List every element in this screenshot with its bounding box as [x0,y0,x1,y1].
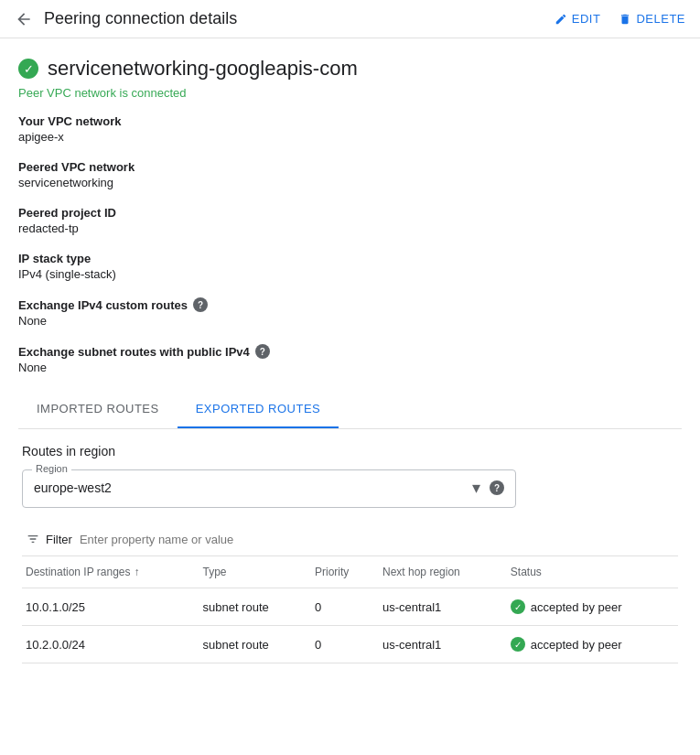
exchange-ipv4-label-row: Exchange IPv4 custom routes ? [18,297,682,312]
page-title: Peering connection details [44,9,544,28]
cell-priority: 0 [307,626,375,663]
region-value: europe-west2 [34,480,112,495]
exchange-ipv4-help-icon[interactable]: ? [193,297,208,312]
service-title-row: ✓ servicenetworking-googleapis-com [18,57,682,81]
col-destination[interactable]: Destination IP ranges ↑ [22,556,195,588]
tabs-container: IMPORTED ROUTES EXPORTED ROUTES [18,391,682,429]
exchange-subnet-label: Exchange subnet routes with public IPv4 [18,345,250,359]
exchange-subnet-section: Exchange subnet routes with public IPv4 … [18,344,682,374]
exchange-subnet-help-icon[interactable]: ? [255,344,270,359]
table-body: 10.0.1.0/25subnet route0us-central1✓acce… [22,588,678,663]
your-vpc-label: Your VPC network [18,114,682,128]
col-priority: Priority [307,556,375,588]
cell-next-hop: us-central1 [375,588,503,626]
exchange-ipv4-section: Exchange IPv4 custom routes ? None [18,297,682,328]
table-header-row: Destination IP ranges ↑ Type Priority Ne… [22,556,678,588]
col-type: Type [195,556,307,588]
region-selector-inner: europe-west2 ▾ ? [34,478,504,498]
region-selector[interactable]: Region europe-west2 ▾ ? [22,469,516,508]
page-header: Peering connection details EDIT DELETE [0,0,700,38]
your-vpc-section: Your VPC network apigee-x [18,114,682,144]
back-button[interactable] [15,10,33,28]
filter-icon-label: Filter [26,532,72,546]
peered-project-label: Peered project ID [18,206,682,220]
peered-project-value: redacted-tp [18,221,682,235]
tab-exported-routes[interactable]: EXPORTED ROUTES [178,391,339,428]
back-arrow-icon [15,10,33,28]
exchange-ipv4-label: Exchange IPv4 custom routes [18,298,188,312]
routes-section: Routes in region Region europe-west2 ▾ ?… [18,429,682,663]
cell-status: ✓accepted by peer [503,626,678,663]
status-text: accepted by peer [531,600,622,614]
delete-label: DELETE [636,12,685,26]
status-accepted: ✓accepted by peer [511,599,671,614]
service-name: servicenetworking-googleapis-com [48,57,358,81]
filter-input[interactable] [80,533,674,546]
connected-status-icon: ✓ [18,59,38,79]
filter-label: Filter [46,533,72,546]
your-vpc-value: apigee-x [18,130,682,144]
routes-section-title: Routes in region [22,444,678,458]
region-controls: ▾ ? [472,478,504,498]
exchange-subnet-value: None [18,361,682,374]
main-content: ✓ servicenetworking-googleapis-com Peer … [0,38,700,663]
tabs: IMPORTED ROUTES EXPORTED ROUTES [18,391,682,428]
ip-stack-label: IP stack type [18,252,682,265]
ip-stack-value: IPv4 (single-stack) [18,267,682,281]
header-actions: EDIT DELETE [555,12,685,26]
filter-icon [26,532,40,546]
delete-icon [619,13,631,26]
edit-label: EDIT [572,12,601,26]
cell-type: subnet route [195,588,307,626]
exchange-subnet-label-row: Exchange subnet routes with public IPv4 … [18,344,682,359]
exchange-ipv4-value: None [18,314,682,328]
cell-priority: 0 [307,588,375,626]
status-text: accepted by peer [531,638,622,652]
table-row: 10.2.0.0/24subnet route0us-central1✓acce… [22,626,678,663]
col-next-hop: Next hop region [375,556,503,588]
peered-vpc-value: servicenetworking [18,176,682,189]
edit-button[interactable]: EDIT [555,12,601,26]
cell-destination: 10.2.0.0/24 [22,626,195,663]
peered-project-section: Peered project ID redacted-tp [18,206,682,235]
cell-destination: 10.0.1.0/25 [22,588,195,626]
routes-table: Destination IP ranges ↑ Type Priority Ne… [22,556,678,663]
cell-type: subnet route [195,626,307,663]
col-status: Status [503,556,678,588]
edit-icon [555,13,567,26]
table-header: Destination IP ranges ↑ Type Priority Ne… [22,556,678,588]
delete-button[interactable]: DELETE [619,12,685,26]
filter-bar: Filter [22,523,678,556]
region-label: Region [32,463,71,474]
sort-asc-icon: ↑ [135,566,140,578]
connection-status-text: Peer VPC network is connected [18,86,682,100]
region-help-icon[interactable]: ? [490,480,504,495]
accepted-check-icon: ✓ [511,637,525,652]
cell-status: ✓accepted by peer [503,588,678,626]
ip-stack-section: IP stack type IPv4 (single-stack) [18,252,682,281]
tab-imported-routes[interactable]: IMPORTED ROUTES [18,391,178,428]
region-dropdown-arrow-icon: ▾ [472,478,480,498]
peered-vpc-section: Peered VPC network servicenetworking [18,160,682,189]
cell-next-hop: us-central1 [375,626,503,663]
table-row: 10.0.1.0/25subnet route0us-central1✓acce… [22,588,678,626]
accepted-check-icon: ✓ [511,599,525,614]
status-accepted: ✓accepted by peer [511,637,671,652]
peered-vpc-label: Peered VPC network [18,160,682,174]
